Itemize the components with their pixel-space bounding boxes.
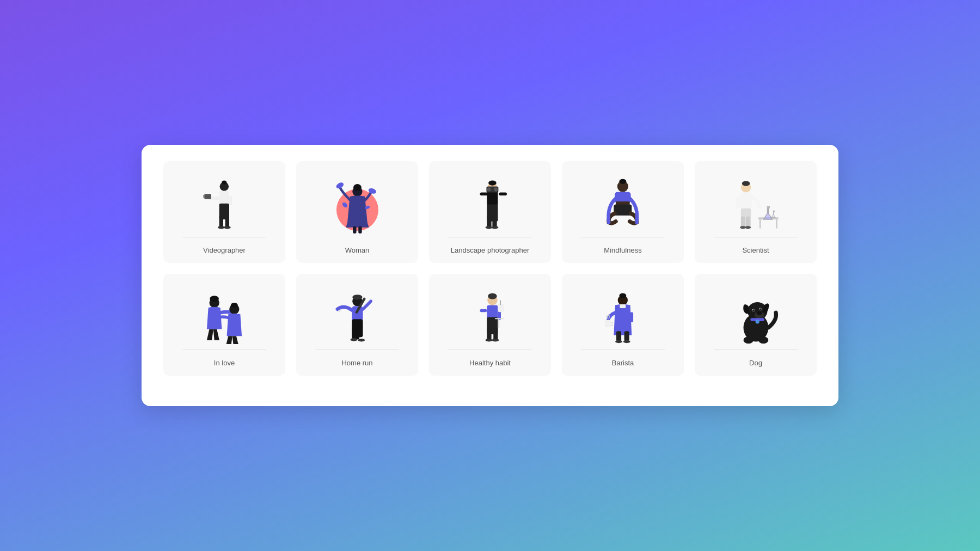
- svg-rect-78: [498, 319, 500, 328]
- svg-rect-76: [480, 309, 487, 312]
- svg-rect-27: [480, 193, 488, 195]
- card-healthy-habit[interactable]: Healthy habit: [429, 274, 551, 376]
- svg-point-66: [358, 339, 365, 341]
- main-card: Videographer: [142, 145, 838, 406]
- svg-rect-20: [358, 226, 362, 234]
- svg-rect-43: [773, 211, 775, 212]
- svg-point-30: [487, 187, 491, 191]
- illustration-landscape-photographer: [438, 172, 542, 237]
- card-home-run[interactable]: Home run: [296, 274, 418, 376]
- svg-rect-26: [493, 215, 497, 228]
- svg-rect-8: [204, 195, 206, 198]
- card-barista[interactable]: Barista: [562, 274, 684, 376]
- svg-rect-41: [776, 219, 777, 228]
- card-label-healthy-habit: Healthy habit: [469, 359, 511, 367]
- card-scientist[interactable]: Scientist: [695, 161, 817, 263]
- card-label-home-run: Home run: [341, 359, 372, 367]
- svg-rect-23: [487, 191, 498, 206]
- svg-rect-48: [740, 217, 744, 228]
- svg-rect-72: [493, 326, 498, 340]
- svg-rect-60: [352, 306, 363, 321]
- svg-point-94: [757, 311, 762, 315]
- svg-rect-28: [499, 193, 507, 195]
- svg-point-33: [492, 226, 499, 229]
- svg-point-35: [620, 179, 627, 184]
- svg-point-103: [743, 336, 753, 344]
- svg-point-11: [224, 226, 231, 229]
- svg-rect-88: [630, 312, 633, 322]
- svg-point-65: [350, 338, 357, 341]
- svg-rect-71: [487, 326, 492, 340]
- svg-point-104: [758, 336, 768, 344]
- card-label-in-love: In love: [214, 359, 235, 367]
- card-label-dog: Dog: [749, 359, 762, 367]
- svg-rect-74: [498, 304, 504, 313]
- svg-rect-40: [759, 219, 761, 228]
- illustration-grid: Videographer: [163, 161, 817, 376]
- card-label-landscape-photographer: Landscape photographer: [451, 246, 530, 254]
- svg-rect-9: [229, 196, 232, 205]
- card-label-woman: Woman: [345, 246, 370, 254]
- svg-rect-46: [740, 193, 752, 210]
- svg-point-14: [353, 184, 362, 191]
- svg-rect-75: [500, 300, 501, 305]
- svg-point-22: [488, 181, 497, 186]
- svg-point-31: [494, 187, 498, 191]
- svg-rect-5: [225, 215, 229, 228]
- svg-rect-85: [616, 331, 621, 341]
- svg-rect-4: [219, 215, 223, 228]
- svg-rect-2: [219, 191, 229, 205]
- illustration-home-run: [305, 285, 409, 350]
- svg-point-68: [488, 293, 497, 299]
- svg-rect-77: [495, 318, 504, 319]
- card-woman[interactable]: Woman: [296, 161, 418, 263]
- card-in-love[interactable]: In love: [163, 274, 285, 376]
- svg-point-52: [745, 226, 751, 229]
- illustration-dog: [703, 285, 808, 350]
- card-label-scientist: Scientist: [742, 246, 769, 254]
- svg-rect-7: [204, 194, 211, 199]
- svg-point-79: [486, 339, 493, 341]
- card-landscape-photographer[interactable]: Landscape photographer: [429, 161, 551, 263]
- svg-rect-87: [605, 320, 611, 327]
- svg-rect-86: [624, 331, 629, 341]
- illustration-barista: [571, 285, 675, 350]
- svg-rect-83: [621, 294, 624, 296]
- svg-point-10: [218, 226, 225, 229]
- svg-rect-42: [767, 206, 769, 209]
- svg-rect-19: [353, 226, 356, 234]
- illustration-healthy-habit: [438, 285, 542, 350]
- svg-point-32: [486, 226, 493, 229]
- svg-point-89: [615, 340, 622, 343]
- illustration-mindfulness: [571, 172, 675, 237]
- card-label-barista: Barista: [612, 359, 634, 367]
- illustration-scientist: [703, 172, 808, 237]
- svg-point-97: [752, 309, 753, 310]
- card-label-videographer: Videographer: [203, 246, 246, 254]
- card-mindfulness[interactable]: Mindfulness: [562, 161, 684, 263]
- illustration-videographer: [172, 172, 277, 237]
- card-dog[interactable]: Dog: [695, 274, 817, 376]
- svg-rect-49: [746, 217, 750, 228]
- svg-rect-25: [487, 215, 492, 228]
- svg-point-80: [492, 339, 499, 341]
- svg-rect-50: [736, 197, 740, 207]
- svg-point-1: [222, 181, 226, 185]
- svg-rect-69: [487, 305, 498, 320]
- illustration-woman: [305, 172, 409, 237]
- card-label-mindfulness: Mindfulness: [604, 246, 641, 254]
- svg-rect-84: [620, 304, 626, 308]
- svg-point-59: [352, 295, 362, 299]
- svg-point-54: [210, 296, 219, 302]
- svg-point-90: [623, 340, 630, 343]
- svg-point-102: [755, 320, 759, 323]
- card-videographer[interactable]: Videographer: [163, 161, 285, 263]
- illustration-in-love: [172, 285, 277, 350]
- svg-point-100: [759, 308, 760, 309]
- svg-point-56: [231, 303, 238, 308]
- svg-point-45: [742, 181, 750, 186]
